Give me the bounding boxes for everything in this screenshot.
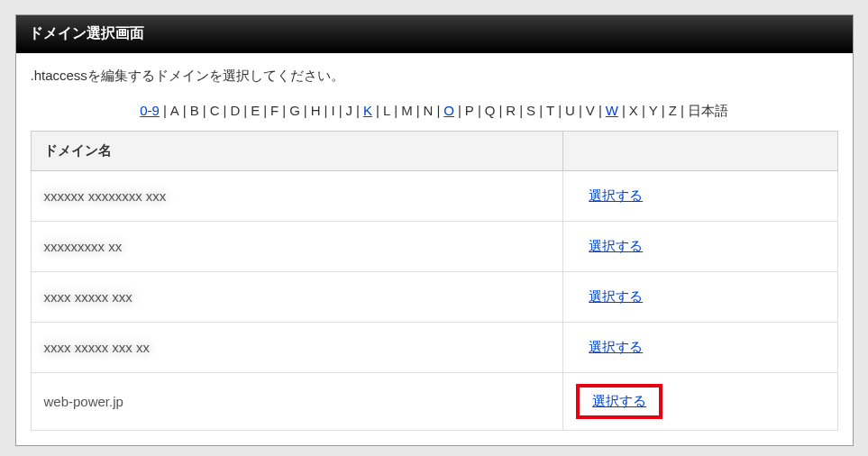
panel-body: .htaccessを編集するドメインを選択してください。 0-9|A|B|C|D…: [16, 53, 853, 445]
domain-action-cell: 選択する: [563, 373, 837, 431]
table-row: xxxxxxxxx xx選択する: [31, 222, 837, 272]
select-button-wrap: 選択する: [576, 182, 655, 210]
index-item-G: G: [289, 103, 300, 118]
domain-name-cell: xxxx xxxxx xxx xx: [31, 323, 563, 373]
index-item-J: J: [346, 103, 353, 118]
select-button-wrap: 選択する: [576, 233, 655, 260]
index-separator: |: [579, 103, 582, 118]
index-item-0-9[interactable]: 0-9: [140, 103, 160, 118]
index-item-B: B: [190, 103, 199, 118]
index-item-E: E: [251, 103, 260, 118]
index-item-U: U: [565, 103, 575, 118]
domain-name-cell: xxxx xxxxx xxx: [31, 272, 563, 323]
column-header-action: [563, 132, 837, 171]
index-separator: |: [539, 103, 543, 118]
index-separator: |: [282, 103, 286, 118]
index-item-O[interactable]: O: [443, 103, 454, 118]
index-item-N: N: [424, 103, 434, 118]
domain-select-panel: ドメイン選択画面 .htaccessを編集するドメインを選択してください。 0-…: [15, 14, 854, 446]
domain-action-cell: 選択する: [563, 323, 837, 373]
domain-action-cell: 選択する: [563, 272, 837, 323]
index-separator: |: [339, 103, 343, 118]
index-separator: |: [478, 103, 481, 118]
domain-action-cell: 選択する: [563, 222, 837, 272]
alpha-index-nav: 0-9|A|B|C|D|E|F|G|H|I|J|K|L|M|N|O|P|Q|R|…: [31, 103, 838, 120]
select-button-wrap: 選択する: [576, 333, 655, 361]
panel-title: ドメイン選択画面: [16, 15, 853, 53]
index-separator: |: [356, 103, 360, 118]
index-separator: |: [519, 103, 523, 118]
index-item-I: I: [331, 103, 334, 118]
index-item-L: L: [383, 103, 390, 118]
index-item-M: M: [401, 103, 413, 118]
index-item-H: H: [311, 103, 321, 118]
index-separator: |: [681, 103, 684, 118]
index-separator: |: [324, 103, 328, 118]
index-item-X: X: [629, 103, 638, 118]
index-separator: |: [163, 103, 167, 118]
index-item-W[interactable]: W: [606, 103, 618, 118]
index-separator: |: [263, 103, 267, 118]
table-row: xxxx xxxxx xxx xx選択する: [31, 323, 837, 373]
index-item-V: V: [586, 103, 595, 118]
domain-action-cell: 選択する: [563, 171, 837, 222]
index-separator: |: [498, 103, 502, 118]
index-item-Q: Q: [485, 103, 496, 118]
index-separator: |: [436, 103, 440, 118]
select-link[interactable]: 選択する: [589, 288, 643, 304]
index-separator: |: [642, 103, 645, 118]
index-separator: |: [394, 103, 397, 118]
domain-table-body: xxxxxx xxxxxxxx xxx選択するxxxxxxxxx xx選択するx…: [31, 171, 837, 431]
index-separator: |: [203, 103, 206, 118]
index-separator: |: [662, 103, 665, 118]
select-button-highlight: 選択する: [576, 384, 662, 419]
column-header-name: ドメイン名: [31, 132, 563, 171]
index-item-Z: Z: [669, 103, 677, 118]
index-separator: |: [183, 103, 187, 118]
index-item-R: R: [506, 103, 516, 118]
instruction-text: .htaccessを編集するドメインを選択してください。: [31, 68, 838, 85]
index-item-T: T: [546, 103, 554, 118]
table-row: xxxxxx xxxxxxxx xxx選択する: [31, 171, 837, 222]
domain-name-cell: web-power.jp: [31, 373, 563, 431]
select-button-wrap: 選択する: [576, 283, 655, 311]
index-separator: |: [416, 103, 420, 118]
domain-name-cell: xxxxxxxxx xx: [31, 222, 563, 272]
index-separator: |: [622, 103, 626, 118]
index-item-S: S: [526, 103, 535, 118]
index-item-C: C: [210, 103, 220, 118]
index-separator: |: [376, 103, 379, 118]
index-separator: |: [598, 103, 602, 118]
select-link[interactable]: 選択する: [592, 393, 646, 408]
index-item-日本語: 日本語: [688, 103, 728, 118]
index-separator: |: [458, 103, 461, 118]
index-separator: |: [304, 103, 307, 118]
index-item-P: P: [465, 103, 474, 118]
index-item-A: A: [170, 103, 179, 118]
index-separator: |: [223, 103, 226, 118]
index-item-F: F: [270, 103, 279, 118]
index-item-K[interactable]: K: [363, 103, 372, 118]
index-item-D: D: [230, 103, 240, 118]
table-row: web-power.jp選択する: [31, 373, 837, 431]
index-item-Y: Y: [649, 103, 658, 118]
index-separator: |: [558, 103, 562, 118]
index-separator: |: [243, 103, 247, 118]
domain-name-cell: xxxxxx xxxxxxxx xxx: [31, 171, 563, 222]
select-link[interactable]: 選択する: [589, 187, 643, 203]
domain-table: ドメイン名 xxxxxx xxxxxxxx xxx選択するxxxxxxxxx x…: [31, 131, 838, 431]
table-row: xxxx xxxxx xxx選択する: [31, 272, 837, 323]
select-link[interactable]: 選択する: [589, 238, 643, 253]
select-link[interactable]: 選択する: [589, 339, 643, 354]
